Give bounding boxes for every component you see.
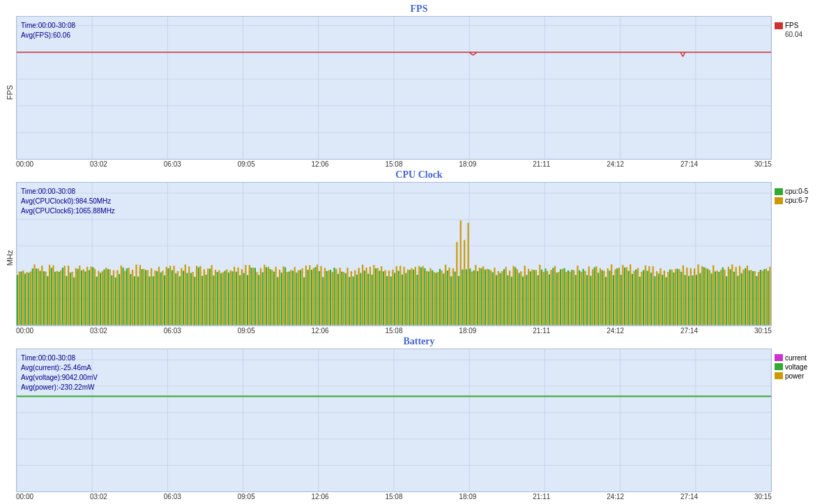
svg-rect-309 <box>526 275 527 326</box>
bat-legend-label-power: power <box>785 372 804 380</box>
svg-rect-333 <box>571 270 572 325</box>
svg-rect-130 <box>188 266 190 325</box>
fps-chart-area: 75 60 45 30 15 0 Time:00:00-30:08Avg(FPS… <box>16 16 772 168</box>
svg-rect-404 <box>705 268 706 326</box>
svg-rect-60 <box>56 271 58 326</box>
svg-rect-321 <box>549 275 550 326</box>
svg-rect-106 <box>143 269 144 326</box>
svg-rect-316 <box>539 265 540 326</box>
svg-rect-158 <box>241 270 243 326</box>
svg-rect-389 <box>677 269 678 326</box>
svg-rect-386 <box>671 270 673 326</box>
svg-rect-233 <box>383 272 384 326</box>
svg-rect-352 <box>607 268 609 325</box>
svg-rect-251 <box>416 275 418 325</box>
svg-rect-274 <box>460 221 462 326</box>
svg-rect-212 <box>343 273 344 326</box>
svg-rect-173 <box>269 269 271 325</box>
bat-xtick-9: 27:14 <box>680 493 698 501</box>
svg-rect-265 <box>443 274 444 326</box>
svg-rect-339 <box>583 269 584 326</box>
svg-rect-109 <box>148 277 150 326</box>
svg-rect-82 <box>98 271 99 326</box>
svg-rect-77 <box>89 270 90 326</box>
cpu-xtick-7: 21:11 <box>533 327 550 335</box>
svg-rect-335 <box>575 275 577 326</box>
svg-rect-132 <box>192 272 194 325</box>
svg-rect-290 <box>490 270 492 325</box>
svg-rect-143 <box>213 276 214 326</box>
svg-rect-236 <box>388 270 390 325</box>
svg-rect-56 <box>49 265 50 325</box>
svg-rect-360 <box>622 265 623 325</box>
svg-rect-383 <box>666 277 667 326</box>
svg-rect-330 <box>565 273 567 326</box>
svg-rect-184 <box>290 270 291 326</box>
svg-rect-395 <box>688 276 690 326</box>
svg-rect-207 <box>333 268 335 325</box>
svg-rect-53 <box>43 272 45 326</box>
svg-rect-244 <box>404 267 405 326</box>
svg-rect-399 <box>696 275 697 326</box>
svg-rect-203 <box>326 271 328 325</box>
svg-rect-390 <box>678 270 680 326</box>
svg-rect-428 <box>750 270 752 326</box>
bat-legend-current: current <box>775 354 832 362</box>
svg-rect-413 <box>722 268 724 326</box>
svg-rect-166 <box>257 273 258 326</box>
svg-line-21 <box>683 52 685 56</box>
cpu-x-axis: 00:00 03:02 06:03 09:05 12:06 15:08 18:0… <box>16 326 772 335</box>
svg-rect-426 <box>747 266 748 325</box>
svg-rect-162 <box>249 266 250 326</box>
svg-rect-264 <box>441 270 443 325</box>
svg-rect-104 <box>139 266 141 326</box>
fps-annotation: Time:00:00-30:08Avg(FPS):60.06 <box>21 21 75 40</box>
svg-rect-126 <box>181 268 182 326</box>
svg-rect-189 <box>300 270 301 326</box>
svg-rect-372 <box>645 266 646 326</box>
svg-rect-117 <box>164 275 165 326</box>
svg-rect-178 <box>279 270 280 326</box>
svg-rect-182 <box>287 273 288 326</box>
svg-rect-153 <box>231 272 233 326</box>
svg-rect-363 <box>627 271 629 326</box>
bat-xtick-8: 24:12 <box>607 493 624 501</box>
bat-legend-power: power <box>775 372 832 380</box>
svg-rect-80 <box>94 269 96 326</box>
fps-xtick-10: 30:15 <box>754 160 772 168</box>
svg-rect-355 <box>613 275 614 326</box>
svg-rect-401 <box>699 273 701 325</box>
svg-rect-140 <box>207 268 208 325</box>
svg-rect-152 <box>230 270 231 326</box>
svg-rect-247 <box>409 270 411 325</box>
svg-rect-307 <box>522 277 524 326</box>
svg-rect-324 <box>554 266 556 326</box>
svg-rect-241 <box>397 271 399 326</box>
svg-rect-183 <box>289 272 290 326</box>
svg-rect-57 <box>51 268 52 326</box>
fps-svg <box>17 17 771 159</box>
svg-rect-49 <box>36 269 37 326</box>
svg-rect-345 <box>594 268 595 326</box>
svg-rect-167 <box>258 275 259 326</box>
svg-rect-186 <box>294 267 296 325</box>
svg-rect-160 <box>245 265 246 325</box>
svg-rect-232 <box>381 266 382 325</box>
svg-rect-272 <box>456 243 457 326</box>
svg-rect-327 <box>560 270 561 326</box>
svg-rect-417 <box>729 269 731 325</box>
svg-rect-202 <box>324 268 326 326</box>
svg-rect-62 <box>60 270 61 326</box>
svg-rect-280 <box>471 272 473 326</box>
svg-rect-148 <box>222 273 224 326</box>
svg-rect-91 <box>115 277 116 325</box>
svg-rect-58 <box>52 266 54 326</box>
svg-rect-118 <box>166 267 167 326</box>
cpu-legend-label-0-5: cpu:0-5 <box>785 188 808 195</box>
svg-rect-84 <box>102 272 103 326</box>
svg-rect-147 <box>220 273 222 325</box>
svg-rect-154 <box>234 267 235 326</box>
svg-rect-208 <box>335 269 337 326</box>
svg-rect-351 <box>605 277 607 326</box>
svg-rect-41 <box>20 272 22 326</box>
